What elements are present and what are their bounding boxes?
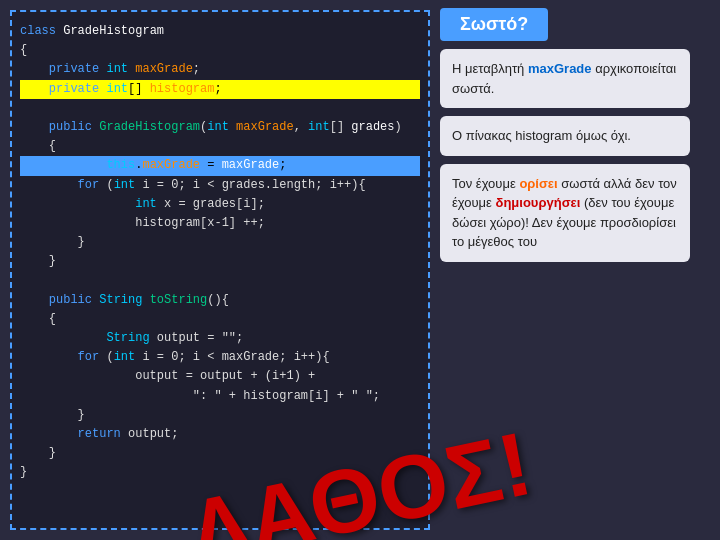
dimiourgisei-highlight: δημιουργήσει — [496, 195, 581, 210]
code-block: class GradeHistogram { private int maxGr… — [20, 22, 420, 483]
code-line-1: class GradeHistogram — [20, 22, 420, 41]
code-line-20: ": " + histogram[i] + " "; — [20, 387, 420, 406]
code-line-13: } — [20, 252, 420, 271]
code-line-12: } — [20, 233, 420, 252]
code-line-10: int x = grades[i]; — [20, 195, 420, 214]
info-box-1: Η μεταβλητή maxGrade αρχικοποιείται σωστ… — [440, 49, 690, 108]
code-line-14 — [20, 271, 420, 290]
code-line-6: public GradeHistogram(int maxGrade, int[… — [20, 118, 420, 137]
main-container: class GradeHistogram { private int maxGr… — [0, 0, 720, 540]
maxgrade-highlight: maxGrade — [528, 61, 592, 76]
code-line-22: return output; — [20, 425, 420, 444]
code-line-17: String output = ""; — [20, 329, 420, 348]
code-line-11: histogram[x-1] ++; — [20, 214, 420, 233]
correct-badge: Σωστό? — [440, 8, 548, 41]
code-line-5 — [20, 99, 420, 118]
code-line-4: private int[] histogram; — [20, 80, 420, 99]
code-line-8: this.maxGrade = maxGrade; — [20, 156, 420, 175]
code-line-19: output = output + (i+1) + — [20, 367, 420, 386]
code-line-15: public String toString(){ — [20, 291, 420, 310]
code-line-21: } — [20, 406, 420, 425]
code-line-3: private int maxGrade; — [20, 60, 420, 79]
code-line-7: { — [20, 137, 420, 156]
info-box-3: Τον έχουμε ορίσει σωστά αλλά δεν τον έχο… — [440, 164, 690, 262]
code-line-16: { — [20, 310, 420, 329]
orisiei-highlight: ορίσει — [519, 176, 557, 191]
code-line-2: { — [20, 41, 420, 60]
code-line-18: for (int i = 0; i < maxGrade; i++){ — [20, 348, 420, 367]
code-line-9: for (int i = 0; i < grades.length; i++){ — [20, 176, 420, 195]
info-box-2: Ο πίνακας histogram όμως όχι. — [440, 116, 690, 156]
